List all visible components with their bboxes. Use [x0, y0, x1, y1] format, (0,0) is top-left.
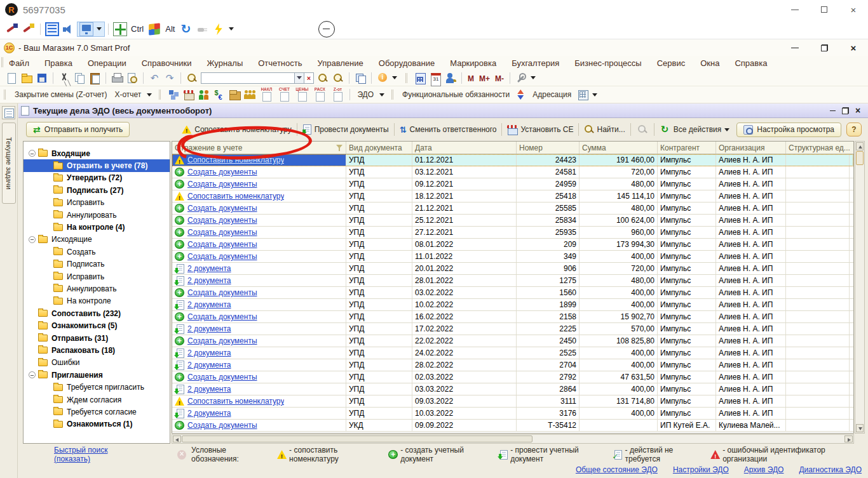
- menu-item[interactable]: Правка: [44, 58, 72, 68]
- cut-icon[interactable]: [58, 72, 71, 84]
- tree-item[interactable]: Сопоставить (232): [24, 307, 170, 319]
- shift-dropdown-icon[interactable]: [147, 93, 152, 96]
- tree-item[interactable]: Ждем согласия: [24, 394, 170, 406]
- menu-item[interactable]: Маркировка: [450, 58, 496, 68]
- table-row[interactable]: Создать документы УПД 22.02.2022 2450 10…: [172, 335, 853, 347]
- tree-item[interactable]: Ознакомиться (1): [24, 418, 170, 430]
- window-close-button[interactable]: ×: [851, 105, 864, 116]
- row-action-link[interactable]: Сопоставить номенклатуру: [187, 156, 284, 164]
- table-row[interactable]: Создать документы УПД 25.12.2021 25834 1…: [172, 215, 853, 227]
- tree-item[interactable]: Исходящие: [24, 234, 170, 246]
- windows-icon[interactable]: [354, 72, 367, 84]
- tree-item[interactable]: Требуется согласие: [24, 406, 170, 418]
- menu-item[interactable]: Журналы: [207, 58, 243, 68]
- shortcut-dropdown-icon[interactable]: [229, 27, 234, 30]
- scroll-up-button[interactable]: [856, 142, 864, 150]
- display-dropdown-icon[interactable]: [97, 27, 102, 30]
- addressing-button[interactable]: Адресация: [532, 90, 571, 99]
- staff-icon[interactable]: [243, 88, 256, 101]
- report-doc-button[interactable]: СЧЕТ: [276, 87, 292, 102]
- row-action-link[interactable]: Создать документы: [187, 312, 257, 321]
- print-preview-icon[interactable]: [126, 72, 139, 84]
- column-header-number[interactable]: Номер: [517, 142, 580, 154]
- goods-icon[interactable]: [228, 88, 241, 101]
- column-header-sum[interactable]: Сумма: [580, 142, 658, 154]
- vertical-scrollbar[interactable]: [855, 141, 865, 434]
- table-row[interactable]: Сопоставить номенклатуру УПД 01.12.2021 …: [172, 154, 853, 166]
- column-header-date[interactable]: Дата: [412, 142, 517, 154]
- edo-button[interactable]: ЭДО: [357, 90, 374, 99]
- table-row[interactable]: 2 документа УПД 28.01.2022 1275 480,00 И…: [172, 275, 853, 287]
- table-row[interactable]: Сопоставить номенклатуру УПД 18.12.2021 …: [172, 190, 853, 202]
- column-header-structural-unit[interactable]: Структурная ед...: [786, 142, 850, 154]
- remote-maximize-button[interactable]: [810, 1, 839, 18]
- tasks-panel-icon[interactable]: [2, 106, 15, 119]
- row-action-link[interactable]: 2 документа: [187, 385, 231, 394]
- row-action-link[interactable]: Создать документы: [187, 288, 257, 297]
- report-doc-button[interactable]: ЦЕНЫ: [294, 87, 310, 102]
- table-row[interactable]: Создать документы УПД 11.01.2022 349 400…: [172, 251, 853, 263]
- menu-item[interactable]: Оборудование: [379, 58, 435, 68]
- tree-item[interactable]: Исправить: [24, 197, 170, 209]
- post-documents-button[interactable]: Провести документы: [302, 124, 389, 135]
- table-row[interactable]: Создать документы УПД 08.01.2022 209 173…: [172, 239, 853, 251]
- expander-icon[interactable]: [29, 150, 36, 157]
- display-mode-button[interactable]: [77, 22, 105, 37]
- help-button[interactable]: ?: [846, 123, 862, 136]
- info-icon[interactable]: [376, 72, 389, 84]
- search-input[interactable]: [201, 72, 295, 84]
- table-row[interactable]: 2 документа УПД 17.02.2022 2225 570,00 И…: [172, 323, 853, 335]
- row-action-link[interactable]: Сопоставить номенклатуру: [187, 397, 284, 406]
- menu-item[interactable]: Справочники: [142, 58, 192, 68]
- table-row[interactable]: Создать документы УПД 02.03.2022 2792 47…: [172, 371, 853, 383]
- paste-icon[interactable]: [88, 72, 101, 84]
- scroll-right-button[interactable]: [844, 435, 853, 442]
- row-action-link[interactable]: Создать документы: [187, 168, 257, 176]
- row-action-link[interactable]: Создать документы: [187, 373, 257, 382]
- menu-item[interactable]: Операции: [88, 58, 126, 68]
- tree-item[interactable]: Приглашения: [24, 369, 170, 381]
- row-action-link[interactable]: Сопоставить номенклатуру: [187, 192, 284, 201]
- row-action-link[interactable]: Создать документы: [187, 421, 257, 430]
- search-clear-button[interactable]: ×: [304, 72, 314, 84]
- shortcut-icon[interactable]: [213, 23, 225, 35]
- table-row[interactable]: Создать документы УПД 27.12.2021 25935 9…: [172, 227, 853, 239]
- menu-item[interactable]: Отчетность: [258, 58, 302, 68]
- column-header-organization[interactable]: Организация: [716, 142, 786, 154]
- table-row[interactable]: Создать документы УПД 21.12.2021 25585 4…: [172, 202, 853, 215]
- new-document-icon[interactable]: [5, 72, 18, 84]
- menu-item[interactable]: Бухгалтерия: [512, 58, 559, 68]
- tree-item[interactable]: Входящие: [24, 147, 170, 159]
- row-action-link[interactable]: Создать документы: [187, 204, 257, 213]
- menu-item[interactable]: Окна: [700, 58, 719, 68]
- report-doc-button[interactable]: РАСХ: [311, 87, 328, 102]
- tree-item[interactable]: Отразить в учете (78): [24, 159, 170, 171]
- table-row[interactable]: 2 документа УПД 03.03.2022 2864 400,00 И…: [172, 383, 853, 395]
- tree-item[interactable]: Утвердить (72): [24, 172, 170, 184]
- calendar-icon[interactable]: [429, 72, 442, 84]
- app-close-button[interactable]: ×: [839, 41, 868, 55]
- table-row[interactable]: Создать документы УПД 03.12.2021 24581 7…: [172, 166, 853, 178]
- open-icon[interactable]: [20, 72, 33, 84]
- service-dropdown-icon[interactable]: [531, 76, 536, 79]
- table-row[interactable]: 2 документа УПД 20.01.2022 906 720,00 Им…: [172, 263, 853, 275]
- report-doc-button[interactable]: НАКЛ: [258, 87, 275, 102]
- menu-item[interactable]: Управление: [317, 58, 363, 68]
- edo-link[interactable]: Общее состояние ЭДО: [576, 465, 658, 474]
- expander-icon[interactable]: [29, 236, 36, 243]
- partners-icon[interactable]: [198, 88, 210, 101]
- match-nomenclature-button[interactable]: Сопоставить номенклатуру: [182, 125, 291, 134]
- horizontal-scroll-thumb[interactable]: [182, 435, 532, 442]
- row-action-link[interactable]: Создать документы: [187, 252, 257, 261]
- edo-link[interactable]: Архив ЭДО: [744, 465, 784, 474]
- window-restore-button[interactable]: [839, 105, 851, 116]
- table-row[interactable]: Создать документы УПД 09.12.2021 24959 4…: [172, 178, 853, 190]
- menu-item[interactable]: Сервис: [657, 58, 686, 68]
- horizontal-scrollbar[interactable]: [172, 434, 854, 444]
- vertical-scroll-thumb[interactable]: [856, 151, 864, 165]
- x-report-button[interactable]: Х-отчет: [114, 90, 141, 99]
- fullscreen-icon[interactable]: [113, 22, 127, 36]
- current-tasks-tab[interactable]: Текущие задачи: [2, 123, 16, 204]
- user-lock-icon[interactable]: [444, 72, 457, 84]
- remote-minimize-button[interactable]: [780, 1, 810, 18]
